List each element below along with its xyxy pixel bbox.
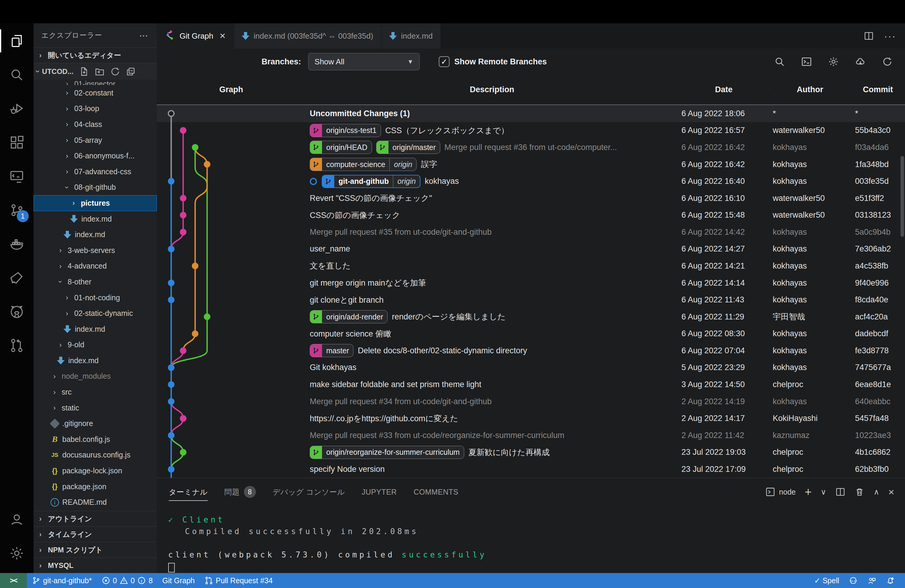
account-icon[interactable] (0, 502, 33, 536)
terminal-icon[interactable] (801, 56, 812, 67)
editor-more-actions-icon[interactable]: ··· (884, 30, 896, 42)
commit-dot[interactable] (180, 127, 186, 134)
tree-item-01-inspector[interactable]: ›01-inspector (33, 79, 157, 85)
tree-item-08-git-github[interactable]: ›08-git-github (33, 180, 157, 195)
collapse-all-icon[interactable] (126, 67, 136, 77)
commit-dot[interactable] (204, 161, 210, 168)
column-header-date[interactable]: Date (678, 85, 769, 94)
tree-item-01-not-coding[interactable]: ›01-not-coding (33, 290, 157, 306)
close-icon[interactable]: ✕ (219, 32, 226, 41)
remote-explorer-activity-icon[interactable] (0, 159, 33, 193)
commit-dot[interactable] (180, 347, 186, 354)
branches-dropdown[interactable]: Show All ▼ (308, 53, 419, 70)
commit-dot[interactable] (168, 381, 175, 388)
split-editor-icon[interactable] (864, 31, 874, 41)
branch-badge-origin/master[interactable]: origin/master (376, 141, 441, 154)
terminal-tab-COMMENTS[interactable]: COMMENTS (414, 478, 459, 506)
tree-item-9-old[interactable]: ›9-old (33, 337, 157, 353)
tree-item-06-anonymous-f-[interactable]: ›06-anonymous-f... (33, 148, 157, 164)
problems-status-item[interactable]: 0 0 8 (97, 576, 158, 585)
tree-item-3-web-servers[interactable]: ›3-web-servers (33, 243, 157, 258)
tree-item-readme-md[interactable]: iREADME.md (33, 494, 157, 510)
show-remote-branches-checkbox[interactable]: ✓ Show Remote Branches (439, 56, 547, 67)
commit-dot[interactable] (204, 313, 210, 320)
branch-badge-origin/css-test1[interactable]: origin/css-test1 (310, 124, 381, 137)
refresh-icon[interactable] (110, 67, 120, 77)
commit-dot[interactable] (168, 466, 175, 472)
column-header-commit[interactable]: Commit (851, 85, 905, 94)
branch-badge-origin/add-render[interactable]: origin/add-render (310, 310, 387, 323)
commit-dot[interactable] (168, 178, 175, 184)
settings-icon[interactable] (0, 536, 33, 570)
branch-badge-origin/reorganize-for-summer-curriculum[interactable]: origin/reorganize-for-summer-curriculum (310, 446, 464, 459)
commit-dot[interactable] (168, 246, 175, 253)
tree-item-03-loop[interactable]: ›03-loop (33, 101, 157, 117)
tree-item-src[interactable]: ›src (33, 384, 157, 400)
tree-item-02-static-dynamic[interactable]: ›02-static-dynamic (33, 305, 157, 321)
extensions-activity-icon[interactable] (0, 126, 33, 159)
remote-indicator[interactable]: >< (0, 573, 27, 588)
feedback-icon[interactable] (862, 576, 881, 585)
editor-tab-inactive[interactable]: index.md (003fe35d^ ⇔ 003fe35d) (234, 23, 381, 49)
column-header-description[interactable]: Description (306, 85, 678, 94)
workspace-section-header[interactable]: › UTCOD... (33, 63, 157, 79)
refresh-icon[interactable] (882, 56, 893, 67)
commit-dot[interactable] (168, 398, 175, 405)
close-panel-icon[interactable]: × (888, 486, 894, 498)
branch-status-item[interactable]: git-and-github* (27, 576, 97, 585)
tree-item-04-class[interactable]: ›04-class (33, 116, 157, 132)
notifications-bell-icon[interactable] (881, 576, 900, 585)
docker-activity-icon[interactable] (0, 227, 33, 261)
spell-checker-status-item[interactable]: ✓ Spell (810, 576, 844, 585)
branch-badge-origin/HEAD[interactable]: origin/HEAD (310, 141, 372, 154)
pull-requests-activity-icon[interactable] (0, 329, 33, 362)
search-icon[interactable] (774, 56, 785, 67)
split-terminal-icon[interactable] (835, 487, 845, 497)
column-header-graph[interactable]: Graph (157, 85, 306, 94)
maximize-panel-icon[interactable]: ∧ (873, 488, 879, 497)
tree-item--gitignore[interactable]: .gitignore (33, 416, 157, 431)
commit-dot[interactable] (180, 229, 186, 235)
tree-item-index-md[interactable]: index.md (33, 321, 157, 337)
tree-item-babel-config-js[interactable]: Bbabel.config.js (33, 431, 157, 447)
chevron-down-icon[interactable]: ∨ (821, 488, 826, 497)
open-editors-section[interactable]: › 開いているエディター (33, 47, 157, 63)
commit-dot[interactable] (168, 111, 174, 116)
branch-badge-git-and-github[interactable]: git-and-githuborigin (322, 175, 421, 188)
sidebar-section-アウトライン[interactable]: ›アウトライン (33, 511, 157, 526)
tree-item-4-advanced[interactable]: ›4-advanced (33, 258, 157, 274)
commit-dot[interactable] (192, 331, 198, 337)
run-debug-activity-icon[interactable] (0, 92, 33, 126)
new-file-icon[interactable] (79, 67, 89, 77)
terminal-shell-item[interactable]: node (765, 487, 796, 497)
tree-item-07-advanced-css[interactable]: ›07-advanced-css (33, 164, 157, 180)
commit-dot[interactable] (168, 280, 175, 286)
tree-item-package-json[interactable]: {}package.json (33, 479, 157, 494)
tree-item-index-md[interactable]: index.md (33, 211, 157, 227)
pull-request-status-item[interactable]: Pull Request #34 (200, 576, 278, 585)
git-graph-status-item[interactable]: Git Graph (157, 576, 199, 585)
source-control-activity-icon[interactable]: 1 (0, 193, 33, 227)
explorer-menu-icon[interactable]: ⋯ (139, 30, 149, 41)
tree-item-docusaurus-config-js[interactable]: JSdocusaurus.config.js (33, 447, 157, 463)
sidebar-section-MYSQL[interactable]: ›MYSQL (33, 558, 157, 573)
column-header-author[interactable]: Author (769, 85, 851, 94)
new-terminal-icon[interactable]: + (805, 485, 811, 499)
new-folder-icon[interactable] (95, 67, 105, 77)
editor-tab-inactive[interactable]: index.md (381, 23, 441, 49)
terminal-tab-デバッグ コンソール[interactable]: デバッグ コンソール (273, 478, 345, 506)
sidebar-section-タイムライン[interactable]: ›タイムライン (33, 526, 157, 542)
explorer-activity-icon[interactable] (0, 24, 33, 58)
terminal-tab-ターミナル[interactable]: ターミナル (169, 478, 208, 506)
terminal-output[interactable]: ✓ ClientCompiled successfully in 202.08m… (157, 506, 905, 573)
commit-dot[interactable] (168, 432, 175, 439)
tree-item-static[interactable]: ›static (33, 400, 157, 416)
live-share-activity-icon[interactable] (0, 261, 33, 295)
commit-dot[interactable] (168, 364, 175, 371)
editor-tab-active[interactable]: Git Graph✕ (157, 23, 234, 49)
commit-dot[interactable] (192, 144, 198, 151)
commit-dot[interactable] (180, 415, 186, 422)
tree-item-8-other[interactable]: ›8-other (33, 274, 157, 290)
sidebar-section-NPM スクリプト[interactable]: ›NPM スクリプト (33, 542, 157, 558)
tree-item-02-constant[interactable]: ›02-constant (33, 85, 157, 101)
